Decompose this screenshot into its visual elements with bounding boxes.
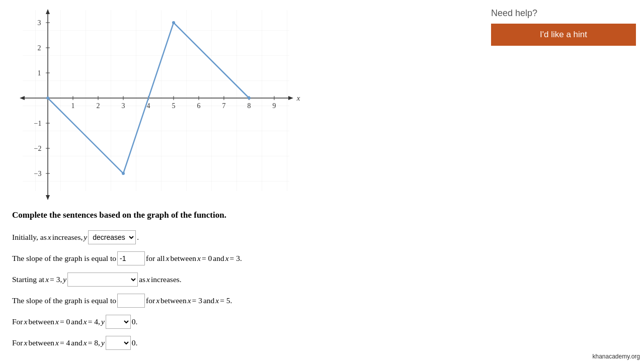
s6-for: For: [12, 335, 23, 351]
x-label-7: 7: [222, 102, 226, 110]
x-label-9: 9: [273, 102, 276, 110]
x-label-5: 5: [172, 102, 176, 110]
s2-x-eq1: x: [197, 250, 201, 266]
s1-var-x: x: [48, 229, 51, 245]
s4-prefix: The slope of the graph is equal to: [12, 293, 116, 309]
x-axis-label: x: [296, 94, 300, 102]
s2-x-eq2: x: [225, 250, 229, 266]
x-axis-arrow-right: [288, 96, 293, 100]
s3-eq3: = 3,: [50, 272, 62, 288]
s2-eq1-val: = 0: [202, 250, 212, 266]
s5-eq1-val: = 0: [60, 314, 70, 330]
sentence-3: Starting at x = 3, y increases decreases…: [12, 272, 461, 288]
point-3-neg3: [122, 172, 125, 175]
s1-dropdown[interactable]: decreases increases stays at: [88, 230, 136, 244]
s4-slope-input[interactable]: [117, 294, 145, 308]
hint-button[interactable]: I'd like a hint: [491, 24, 636, 46]
s4-and: and: [203, 293, 214, 309]
s3-increases: increases.: [151, 272, 182, 288]
s4-for: for: [146, 293, 155, 309]
s5-for: For: [12, 314, 23, 330]
y-label-neg1: −1: [34, 120, 42, 127]
s3-dropdown[interactable]: increases decreases stays at: [67, 273, 138, 287]
grid-background: [23, 10, 289, 191]
s3-var-x2: x: [146, 272, 150, 288]
y-label-2: 2: [38, 44, 41, 52]
help-panel: Need help? I'd like a hint: [483, 0, 644, 54]
question-area: Complete the sentences based on the grap…: [10, 210, 463, 351]
s1-increases: increases,: [52, 229, 83, 245]
y-axis-arrow-bottom: [46, 195, 50, 200]
s6-x-eq2: x: [84, 335, 87, 351]
s2-var-x: x: [166, 250, 170, 266]
s4-between: between: [160, 293, 187, 309]
s6-var-x: x: [24, 335, 28, 351]
x-axis-arrow-left: [20, 96, 25, 100]
s6-between: between: [28, 335, 54, 351]
x-label-8: 8: [248, 102, 251, 110]
s4-x-eq2: x: [215, 293, 219, 309]
s1-var-y: y: [84, 229, 87, 245]
main-content: 1 2 3 4 5 6 7 8 9 x 3 2 1 −1 −2 −3: [0, 0, 473, 361]
y-label-neg3: −3: [34, 170, 42, 177]
x-label-3: 3: [122, 102, 125, 110]
s2-slope-input[interactable]: [117, 251, 145, 265]
x-label-2: 2: [97, 102, 100, 110]
x-label-1: 1: [71, 102, 75, 110]
sentence-2: The slope of the graph is equal to for a…: [12, 250, 461, 266]
s6-and: and: [71, 335, 82, 351]
s5-between: between: [28, 314, 54, 330]
s2-and: and: [213, 250, 224, 266]
sentence-5: For x between x = 0 and x = 4, y > < = 0…: [12, 314, 461, 330]
point-8-0: [248, 97, 251, 100]
s6-dropdown[interactable]: > < =: [106, 336, 131, 350]
s6-zero: 0.: [132, 335, 138, 351]
s2-prefix: The slope of the graph is equal to: [12, 250, 116, 266]
graph-svg: 1 2 3 4 5 6 7 8 9 x 3 2 1 −1 −2 −3: [10, 5, 302, 201]
s4-eq1-val: = 3: [192, 293, 202, 309]
s5-eq2-val: = 4,: [88, 314, 100, 330]
s5-var-y: y: [101, 314, 105, 330]
sentence-4: The slope of the graph is equal to for x…: [12, 293, 461, 309]
y-label-3: 3: [38, 19, 41, 27]
s2-between: between: [170, 250, 196, 266]
s3-var-y: y: [63, 272, 66, 288]
point-5-3: [172, 21, 175, 24]
point-0-0: [46, 97, 49, 100]
y-label-neg2: −2: [34, 145, 42, 152]
s6-eq2-val: = 8,: [88, 335, 100, 351]
s5-var-x: x: [24, 314, 28, 330]
s5-zero: 0.: [132, 314, 138, 330]
s6-var-y: y: [101, 335, 105, 351]
s1-initially: Initially, as: [12, 229, 47, 245]
watermark: khanacademy.org: [593, 353, 640, 360]
graph-container: 1 2 3 4 5 6 7 8 9 x 3 2 1 −1 −2 −3: [10, 5, 302, 201]
s5-and: and: [71, 314, 82, 330]
s2-eq2-val: = 3.: [230, 250, 242, 266]
s5-x-eq2: x: [84, 314, 87, 330]
need-help-title: Need help?: [491, 8, 636, 19]
s6-x-eq1: x: [55, 335, 59, 351]
s3-as: as: [139, 272, 145, 288]
s5-dropdown[interactable]: > < =: [106, 315, 131, 329]
sentence-6: For x between x = 4 and x = 8, y > < = 0…: [12, 335, 461, 351]
s5-x-eq1: x: [55, 314, 59, 330]
s3-var-x: x: [45, 272, 49, 288]
s4-var-x: x: [156, 293, 159, 309]
question-title: Complete the sentences based on the grap…: [12, 210, 461, 220]
sentence-1: Initially, as x increases, y decreases i…: [12, 229, 461, 245]
s6-eq1-val: = 4: [60, 335, 70, 351]
s1-period: .: [137, 229, 139, 245]
y-label-1: 1: [38, 69, 41, 77]
s3-starting: Starting at: [12, 272, 44, 288]
x-label-6: 6: [197, 102, 201, 110]
s2-for-all: for all: [146, 250, 165, 266]
s4-x-eq1: x: [188, 293, 191, 309]
s4-eq2-val: = 5.: [220, 293, 232, 309]
